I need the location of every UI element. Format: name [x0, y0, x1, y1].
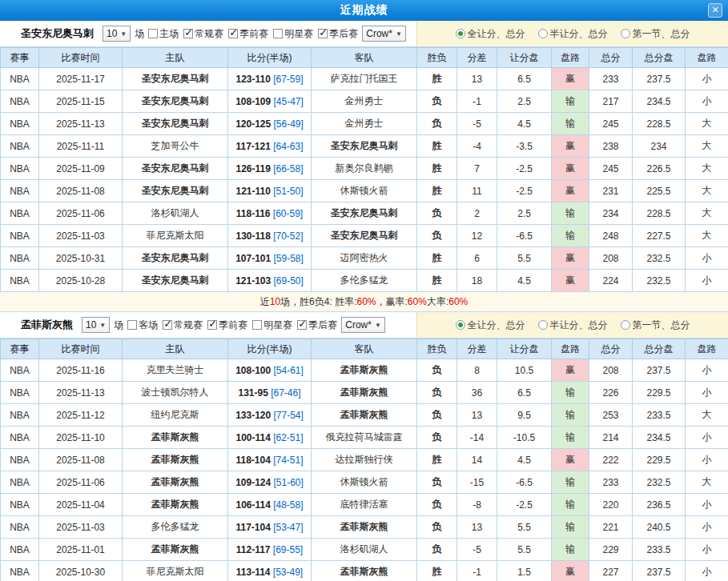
handicap-line-cell: -6.5 [497, 225, 552, 247]
halftime-score: [70-52] [273, 230, 303, 242]
home-team-cell[interactable]: 孟菲斯灰熊 [123, 539, 228, 561]
home-team-cell[interactable]: 圣安东尼奥马刺 [123, 90, 228, 113]
final-score: 121-110 [235, 186, 270, 197]
games-unit-label: 场 [135, 27, 144, 41]
checkbox-playoffs[interactable]: 季后赛 [318, 27, 358, 41]
result-cell: 负 [417, 471, 457, 494]
column-header: 客队 [312, 339, 417, 359]
over-under-cell: 大 [686, 202, 728, 225]
away-team-cell[interactable]: 俄克拉荷马城雷霆 [312, 427, 417, 449]
checkbox-box-icon [252, 320, 262, 330]
home-team-cell[interactable]: 芝加哥公牛 [123, 135, 228, 158]
home-team-cell[interactable]: 洛杉矶湖人 [123, 202, 228, 225]
over-under-cell: 大 [686, 471, 728, 494]
over-under-cell: 小 [686, 68, 728, 90]
away-team-cell[interactable]: 洛杉矶湖人 [312, 539, 417, 561]
games-count-select[interactable]: 10▼ [103, 26, 131, 42]
radio-full-handicap-total[interactable]: 全让分、总分 [456, 319, 525, 332]
point-diff-cell: 6 [457, 247, 497, 270]
home-team-cell[interactable]: 纽约尼克斯 [123, 404, 228, 427]
result-cell: 胜 [417, 158, 457, 180]
point-diff-cell: 13 [457, 404, 497, 427]
point-diff-cell: 13 [457, 68, 497, 90]
away-team-cell[interactable]: 达拉斯独行侠 [312, 449, 417, 471]
radio-half-handicap-total[interactable]: 半让分、总分 [538, 319, 608, 332]
away-team-cell[interactable]: 圣安东尼奥马刺 [312, 225, 417, 247]
checkbox-regular-season[interactable]: 常规赛 [183, 27, 223, 41]
home-team-cell[interactable]: 圣安东尼奥马刺 [123, 270, 228, 292]
column-header: 让分盘 [497, 48, 552, 68]
result-cell: 胜 [417, 68, 457, 90]
away-team-cell[interactable]: 萨克拉门托国王 [312, 68, 417, 90]
away-team-cell[interactable]: 圣安东尼奥马刺 [312, 135, 417, 158]
column-header: 盘路 [686, 339, 728, 359]
checkbox-allstar[interactable]: 明星赛 [273, 27, 313, 41]
total-line-cell: 233.5 [633, 539, 686, 561]
away-team-cell[interactable]: 圣安东尼奥马刺 [312, 202, 417, 225]
radio-half-handicap-total[interactable]: 半让分、总分 [538, 27, 608, 41]
checkbox-regular-season[interactable]: 常规赛 [163, 319, 203, 332]
checkbox-preseason[interactable]: 季前赛 [207, 319, 247, 332]
home-team-cell[interactable]: 孟菲斯灰熊 [123, 449, 228, 471]
close-button[interactable]: ✕ [708, 3, 722, 18]
home-team-cell[interactable]: 圣安东尼奥马刺 [123, 68, 228, 90]
radio-dot-icon [456, 320, 465, 330]
odds-company-select[interactable]: Crow*▼ [362, 26, 406, 42]
home-team-cell[interactable]: 圣安东尼奥马刺 [123, 247, 228, 270]
score-cell: 130-118 [70-52] [228, 225, 312, 247]
filter-bar-grizzlies: 孟菲斯灰熊 10▼ 场 客场常规赛季前赛明星赛季后赛 Crow*▼ 全让分、总分… [0, 312, 728, 339]
radio-first-quarter-total[interactable]: 第一节、总分 [621, 319, 690, 332]
handicap-line-cell: -2.5 [497, 494, 552, 516]
home-team-cell[interactable]: 圣安东尼奥马刺 [123, 113, 228, 135]
away-team-cell[interactable]: 底特律活塞 [312, 494, 417, 516]
away-team-cell[interactable]: 金州勇士 [312, 90, 417, 113]
away-team-cell[interactable]: 孟菲斯灰熊 [312, 359, 417, 382]
game-row: NBA 2025-10-31 圣安东尼奥马刺 107-101 [59-58] 迈… [1, 247, 728, 270]
away-team-cell[interactable]: 孟菲斯灰熊 [312, 382, 417, 404]
away-team-cell[interactable]: 新奥尔良鹈鹕 [312, 158, 417, 180]
halftime-score: [60-59] [273, 208, 303, 219]
games-count-select[interactable]: 10▼ [82, 317, 110, 333]
odds-company-select[interactable]: Crow*▼ [341, 317, 385, 333]
date-cell: 2025-11-09 [39, 158, 123, 180]
handicap-line-cell: -3.5 [497, 135, 552, 158]
home-team-cell[interactable]: 菲尼克斯太阳 [123, 225, 228, 247]
final-score: 131-95 [238, 387, 267, 399]
home-team-cell[interactable]: 波士顿凯尔特人 [123, 382, 228, 404]
summary-text: 近 [260, 295, 270, 309]
league-cell: NBA [1, 471, 39, 494]
score-cell: 131-95 [67-46] [228, 382, 312, 404]
away-team-cell[interactable]: 金州勇士 [312, 113, 417, 135]
game-row: NBA 2025-11-15 圣安东尼奥马刺 108-109 [45-47] 金… [1, 90, 728, 113]
away-team-cell[interactable]: 迈阿密热火 [312, 247, 417, 270]
checkbox-preseason[interactable]: 季前赛 [228, 27, 268, 41]
home-team-cell[interactable]: 孟菲斯灰熊 [123, 471, 228, 494]
home-team-cell[interactable]: 圣安东尼奥马刺 [123, 180, 228, 202]
total-points-cell: 231 [589, 180, 633, 202]
home-team-cell[interactable]: 多伦多猛龙 [123, 516, 228, 539]
radio-full-handicap-total[interactable]: 全让分、总分 [456, 27, 525, 41]
away-team-cell[interactable]: 孟菲斯灰熊 [312, 404, 417, 427]
home-team-cell[interactable]: 克里夫兰骑士 [123, 359, 228, 382]
checkbox-allstar[interactable]: 明星赛 [252, 319, 292, 332]
home-team-cell[interactable]: 菲尼克斯太阳 [123, 561, 228, 581]
away-team-cell[interactable]: 休斯顿火箭 [312, 180, 417, 202]
radio-label: 全让分、总分 [468, 319, 525, 332]
checkbox-away-games[interactable]: 客场 [127, 319, 158, 332]
radio-first-quarter-total[interactable]: 第一节、总分 [621, 27, 690, 41]
checkbox-label: 明星赛 [284, 27, 313, 41]
checkbox-playoffs[interactable]: 季后赛 [297, 319, 337, 332]
section-grizzlies: 孟菲斯灰熊 10▼ 场 客场常规赛季前赛明星赛季后赛 Crow*▼ 全让分、总分… [0, 312, 728, 581]
checkbox-home-games[interactable]: 主场 [148, 27, 179, 41]
home-team-cell[interactable]: 孟菲斯灰熊 [123, 427, 228, 449]
away-team-cell[interactable]: 孟菲斯灰熊 [312, 516, 417, 539]
away-team-cell[interactable]: 多伦多猛龙 [312, 270, 417, 292]
league-cell: NBA [1, 202, 39, 225]
point-diff-cell: -5 [457, 539, 497, 561]
score-cell: 113-114 [53-49] [228, 561, 312, 581]
point-diff-cell: -14 [457, 427, 497, 449]
home-team-cell[interactable]: 圣安东尼奥马刺 [123, 158, 228, 180]
home-team-cell[interactable]: 孟菲斯灰熊 [123, 494, 228, 516]
away-team-cell[interactable]: 休斯顿火箭 [312, 471, 417, 494]
away-team-cell[interactable]: 孟菲斯灰熊 [312, 561, 417, 581]
